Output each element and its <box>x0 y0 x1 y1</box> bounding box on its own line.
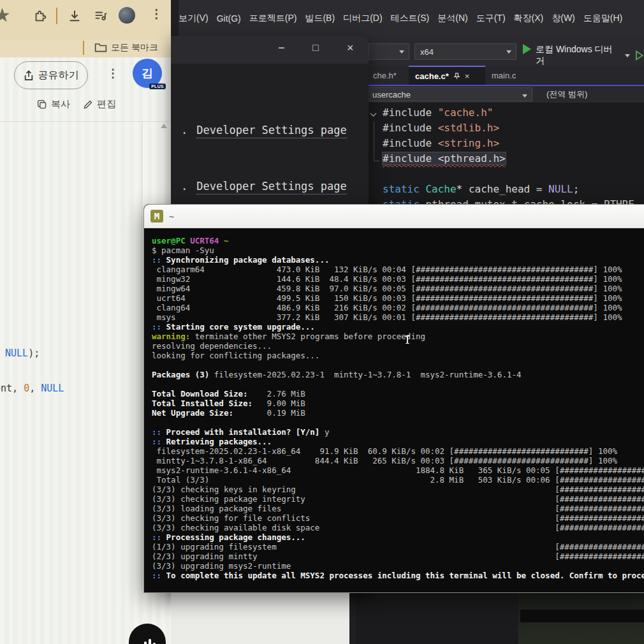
maximize-button[interactable]: □ <box>312 42 319 54</box>
code-lines: #include "cache.h"#include <stdlib.h>#in… <box>383 105 634 212</box>
symbol-dropdown[interactable]: usercache <box>367 87 532 101</box>
terminal-titlebar[interactable]: M ~ <box>144 205 644 228</box>
close-button[interactable]: × <box>347 41 354 55</box>
terminal-output: user@PC UCRT64 ~$ pacman -Syu:: Synchron… <box>144 228 644 580</box>
toolbar-config-dropdown[interactable] <box>369 43 409 60</box>
terminal-line: Total Installed Size: 9.00 MiB <box>152 399 644 408</box>
avatar[interactable]: 김 PLUS <box>133 59 162 88</box>
edit-button[interactable]: 편집 <box>83 98 116 110</box>
tab-label: che.h* <box>373 71 397 80</box>
copy-button[interactable]: 복사 <box>37 98 70 110</box>
symbol-value: usercache <box>372 90 411 99</box>
terminal-line: msys2-runtime-3.6.1-4-x86_64 1884.8 KiB … <box>152 465 644 475</box>
terminal-line: (3/3) checking keys in keyring [########… <box>152 485 644 494</box>
edit-label: 편집 <box>97 98 116 110</box>
start-debug-play-icon[interactable] <box>523 44 531 54</box>
all-bookmarks-button[interactable]: 모든 북마크 <box>111 42 158 54</box>
share-upload-icon <box>24 70 34 81</box>
terminal-line: clang64 486.9 KiB 216 KiB/s 00:02 [#####… <box>152 303 644 312</box>
code-line: #include <stdlib.h> <box>383 121 634 136</box>
terminal-line: :: Proceed with installation? [Y/n] y <box>152 427 644 437</box>
terminal-line: mintty-1~3.7.8-1-x86_64 844.4 KiB 265 Ki… <box>152 456 644 465</box>
tab-cache-c-active[interactable]: cache.c* × <box>409 66 485 85</box>
terminal-line <box>152 418 644 427</box>
share-button[interactable]: 공유하기 <box>14 61 88 89</box>
scrollbar-up-arrow[interactable] <box>161 124 167 128</box>
chevron-down-icon <box>399 50 404 54</box>
pencil-icon <box>83 99 93 110</box>
terminal-line: (3/3) upgrading msys2-runtime <box>152 561 644 571</box>
minimize-button[interactable]: − <box>278 41 285 55</box>
page-background-strip <box>171 590 349 644</box>
terminal-line <box>152 360 644 370</box>
vs-menu-item[interactable]: Git(G) <box>217 13 241 24</box>
extensions-puzzle-icon[interactable] <box>33 9 47 26</box>
browser-toolbar: ★ ⋮ <box>0 0 171 40</box>
terminal-line: (1/3) upgrading filesystem [############… <box>152 542 644 552</box>
tab-main-c[interactable]: main.c <box>485 66 535 85</box>
terminal-line: :: Synchronizing package databases... <box>152 255 644 265</box>
vs-navigation-bar: usercache (전역 범위) <box>367 86 644 103</box>
code-line: #include <pthread.h> <box>383 151 634 166</box>
dark-band <box>520 610 644 622</box>
terminal-line: :: Retrieving packages... <box>152 437 644 446</box>
notes-titlebar[interactable]: − □ × <box>171 36 369 64</box>
chevron-down-icon <box>625 54 630 57</box>
platform-value: x64 <box>420 47 434 57</box>
vs-menu-item[interactable]: 도움말(H) <box>583 13 622 24</box>
equalizer-widget-icon[interactable] <box>129 624 166 644</box>
terminal-line: ucrt64 499.5 KiB 150 KiB/s 00:03 [######… <box>152 293 644 303</box>
vs-menu-item[interactable]: 디버그(D) <box>343 13 382 24</box>
tab-label: cache.c* <box>415 71 449 81</box>
vs-menu-item[interactable]: 보기(V) <box>179 13 209 24</box>
terminal-line: msys 377.2 KiB 307 KiB/s 00:01 [########… <box>152 312 644 322</box>
bookmark-star-icon[interactable]: ★ <box>0 4 11 26</box>
code-line: static Cache* cache_head = NULL; <box>383 182 634 197</box>
terminal-line: user@PC UCRT64 ~ <box>152 236 644 245</box>
terminal-line: :: To complete this update all MSYS2 pro… <box>152 571 644 580</box>
vs-menu-item[interactable]: 빌드(B) <box>305 13 335 24</box>
code-line: #include <string.h> <box>383 136 634 151</box>
start-without-debug-icon[interactable] <box>635 50 644 61</box>
vs-menu-item[interactable]: 프로젝트(P) <box>249 13 297 24</box>
vs-menu-item[interactable]: 테스트(S) <box>391 13 430 24</box>
toolbar-platform-dropdown[interactable]: x64 <box>414 43 516 60</box>
text-cursor <box>407 335 408 344</box>
avatar-badge: PLUS <box>149 84 166 89</box>
vs-menu-item[interactable]: 확장(X) <box>514 13 544 24</box>
page-code-line: NULL); <box>5 348 40 359</box>
scope-dropdown[interactable]: (전역 범위) <box>546 89 587 100</box>
terminal-line: :: Processing package changes... <box>152 532 644 542</box>
download-icon[interactable] <box>68 9 82 26</box>
copy-icon <box>37 99 47 110</box>
msys2-logo-icon: M <box>150 210 163 223</box>
browser-profile-avatar[interactable] <box>119 7 135 24</box>
fold-chevron-icon[interactable] <box>370 108 377 120</box>
bullet: . <box>181 180 187 193</box>
avatar-initial: 김 <box>142 66 153 81</box>
terminal-line: resolving dependencies... <box>152 341 644 351</box>
note-text: Developer Settings page <box>196 180 346 194</box>
bookmarks-bar: 모든 북마크 <box>0 40 171 57</box>
terminal-line: (3/3) checking package integrity [######… <box>152 494 644 504</box>
close-icon[interactable]: × <box>465 71 470 81</box>
vs-menu-item[interactable]: 분석(N) <box>437 13 467 24</box>
tab-cache-h[interactable]: che.h* <box>367 66 409 85</box>
terminal-line: filesystem-2025.02.23-1-x86_64 91.9 KiB … <box>152 446 644 456</box>
browser-menu-icon[interactable]: ⋮ <box>150 6 163 21</box>
tab-label: main.c <box>492 71 516 80</box>
local-windows-debugger-button[interactable]: 로컬 Windows 디버거 <box>536 44 644 67</box>
playlist-icon[interactable] <box>93 9 108 26</box>
terminal-line: (2/3) upgrading mintty [################… <box>152 552 644 561</box>
pin-icon[interactable] <box>453 73 460 80</box>
terminal-line: (3/3) checking for file conflicts [#####… <box>152 513 644 523</box>
toolbar-divider <box>56 8 57 24</box>
terminal-line: :: Starting core system upgrade... <box>152 322 644 332</box>
terminal-body[interactable]: user@PC UCRT64 ~$ pacman -Syu:: Synchron… <box>144 228 644 592</box>
page-column-divider <box>142 121 142 590</box>
code-line <box>383 166 634 182</box>
vs-menu-item[interactable]: 창(W) <box>552 13 575 24</box>
terminal-line: mingw64 459.8 KiB 97.0 KiB/s 00:05 [####… <box>152 284 644 293</box>
vs-menu-item[interactable]: 도구(T) <box>476 13 506 24</box>
more-options-icon[interactable]: ⋮ <box>107 66 119 80</box>
